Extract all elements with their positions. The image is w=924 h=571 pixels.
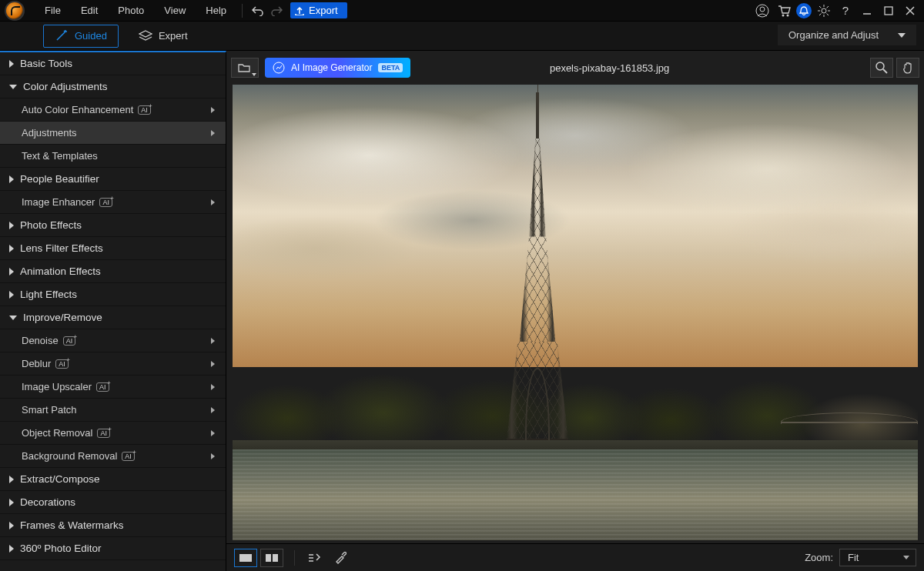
compare-button[interactable] [303,549,326,567]
top-right-controls: ? [753,2,919,20]
svg-rect-10 [239,554,252,562]
svg-point-4 [822,8,826,13]
photo-preview [233,85,918,540]
cat-frames-watermarks[interactable]: Frames & Watermarks [0,514,226,537]
ai-badge-icon: AI [97,429,110,438]
separator [294,550,295,566]
ai-badge-icon: AI [55,359,69,369]
chevron-right-icon [211,338,215,344]
tab-expert[interactable]: Expert [128,25,199,47]
menu-file[interactable]: File [35,2,70,19]
export-button[interactable]: Export [290,2,347,18]
menu-view[interactable]: View [155,2,195,19]
view-single-button[interactable] [234,549,257,567]
main-menu: File Edit Photo View Help [35,2,236,19]
chevron-right-icon [9,175,14,183]
svg-point-2 [782,14,785,16]
hand-icon [902,62,914,74]
maximize-button[interactable] [879,2,898,20]
chevron-right-icon [211,430,215,436]
sub-object-removal[interactable]: Object RemovalAI [0,422,226,445]
sub-image-enhancer[interactable]: Image EnhancerAI [0,191,226,214]
sub-adjustments-label: Adjustments [22,127,77,139]
cat-light-effects[interactable]: Light Effects [0,283,226,306]
cart-icon[interactable] [775,2,793,20]
ai-badge-icon: AI [122,452,135,461]
chevron-right-icon [211,361,215,367]
cat-lens-filter[interactable]: Lens Filter Effects [0,237,226,260]
sub-adjustments[interactable]: Adjustments [0,122,226,145]
open-folder-button[interactable] [231,58,259,78]
redo-button[interactable] [267,2,286,20]
sub-denoise-label: Denoise [22,335,59,346]
cat-photo-effects[interactable]: Photo Effects [0,214,226,237]
cat-basic-tools[interactable]: Basic Tools [0,52,226,75]
organize-label: Organize and Adjust [788,29,879,41]
cat-people-beautifier[interactable]: People Beautifier [0,168,226,191]
eyedropper-button[interactable] [329,549,352,567]
cat-improve-remove[interactable]: Improve/Remove [0,306,226,329]
cat-extract-compose[interactable]: Extract/Compose [0,468,226,491]
tab-guided[interactable]: Guided [43,25,119,48]
dropdown-caret-icon [252,73,256,76]
chevron-right-icon [211,384,215,390]
cat-decorations-label: Decorations [20,496,75,508]
zoom-tool[interactable] [870,58,893,78]
chevron-down-icon [898,33,906,38]
cat-decorations[interactable]: Decorations [0,491,226,514]
sub-deblur-label: Deblur [22,358,51,369]
zoom-label: Zoom: [805,552,833,563]
sub-image-upscaler-label: Image Upscaler [22,381,92,392]
undo-button[interactable] [249,2,267,20]
menu-edit[interactable]: Edit [72,2,107,19]
close-button[interactable] [901,2,919,20]
sub-background-removal-label: Background Removal [22,450,117,462]
settings-icon[interactable] [815,2,833,20]
notifications-icon[interactable] [796,3,812,18]
chevron-right-icon [9,499,14,506]
pan-tool[interactable] [896,58,919,78]
minimize-button[interactable] [858,2,876,20]
sub-auto-color[interactable]: Auto Color EnhancementAI [0,99,226,122]
sub-image-upscaler[interactable]: Image UpscalerAI [0,376,226,399]
chevron-right-icon [9,545,14,553]
cat-frames-watermarks-label: Frames & Watermarks [20,519,124,531]
tab-expert-label: Expert [159,30,188,42]
svg-point-3 [787,14,789,16]
export-icon [295,6,304,15]
cat-360-photo-editor[interactable]: 360º Photo Editor [0,537,226,560]
sub-background-removal[interactable]: Background RemovalAI [0,445,226,468]
account-icon[interactable] [753,2,772,20]
chevron-right-icon [9,291,14,299]
svg-point-0 [756,5,768,17]
canvas-area: AI Image Generator BETA pexels-pixabay-1… [226,51,924,571]
cat-animation-effects[interactable]: Animation Effects [0,260,226,283]
view-split-button[interactable] [260,549,283,567]
svg-rect-6 [885,7,892,15]
organize-adjust-button[interactable]: Organize and Adjust [778,25,916,45]
svg-point-1 [760,7,765,12]
wand-icon [55,30,69,42]
cat-photo-effects-label: Photo Effects [20,219,82,231]
ai-badge-icon: AI [138,105,151,115]
sub-smart-patch[interactable]: Smart Patch [0,399,226,422]
menu-help[interactable]: Help [196,2,236,19]
sub-text-templates[interactable]: Text & Templates [0,145,226,168]
sub-deblur[interactable]: DeblurAI [0,352,226,376]
sub-denoise[interactable]: DenoiseAI [0,329,226,352]
sub-smart-patch-label: Smart Patch [22,404,77,416]
zoom-select[interactable]: Fit [839,549,916,566]
cat-color-adjustments[interactable]: Color Adjustments [0,75,226,99]
help-icon[interactable]: ? [836,2,855,20]
sub-auto-color-label: Auto Color Enhancement [22,104,133,115]
menu-photo[interactable]: Photo [109,2,153,19]
chevron-right-icon [211,407,215,413]
filename-label: pexels-pixabay-161853.jpg [355,62,864,74]
image-viewport[interactable] [233,85,918,540]
ai-badge-icon: AI [99,198,112,207]
cat-improve-remove-label: Improve/Remove [23,312,102,323]
svg-line-9 [883,69,887,73]
chevron-down-icon [9,85,17,89]
chevron-right-icon [9,222,14,229]
tools-sidebar: Basic Tools Color Adjustments Auto Color… [0,51,226,571]
